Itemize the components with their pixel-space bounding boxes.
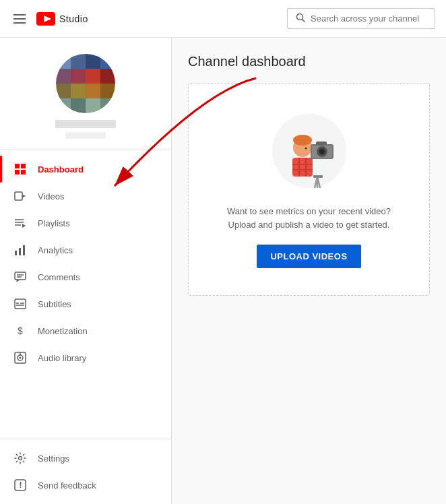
feedback-icon: !	[13, 478, 27, 492]
avatar-cell	[86, 54, 100, 69]
header-left: Studio	[11, 11, 88, 26]
svg-rect-14	[15, 251, 17, 255]
avatar-cell	[71, 84, 86, 98]
upload-videos-button[interactable]: UPLOAD VIDEOS	[257, 245, 360, 268]
subtitles-icon	[13, 297, 27, 311]
avatar-cell	[56, 84, 71, 98]
svg-rect-15	[19, 248, 21, 255]
header: Studio	[0, 0, 446, 38]
playlists-label: Playlists	[38, 218, 70, 228]
svg-rect-17	[15, 272, 26, 280]
avatar-cell	[100, 84, 115, 98]
studio-label: Studio	[59, 13, 88, 24]
avatar-cell	[86, 84, 100, 98]
avatar-cell	[86, 69, 100, 84]
svg-point-27	[20, 357, 22, 359]
svg-point-29	[19, 457, 22, 460]
svg-rect-4	[15, 164, 20, 168]
svg-rect-20	[15, 299, 26, 309]
dashboard-card: Want to see metrics on your recent video…	[188, 83, 430, 296]
comments-icon	[13, 270, 27, 284]
search-bar[interactable]	[287, 8, 435, 29]
settings-icon	[13, 451, 27, 465]
youtube-logo-icon	[36, 12, 55, 26]
svg-point-46	[320, 150, 323, 154]
main-content: Channel dashboard	[172, 38, 446, 504]
svg-line-3	[302, 20, 305, 22]
avatar-cell	[100, 54, 115, 69]
audio-icon	[13, 351, 27, 365]
avatar-cell	[86, 98, 100, 113]
sidebar-item-analytics[interactable]: Analytics	[0, 237, 171, 263]
subtitles-label: Subtitles	[38, 299, 71, 309]
channel-info	[0, 38, 171, 150]
sidebar-item-subtitles[interactable]: Subtitles	[0, 290, 171, 317]
search-icon	[296, 13, 305, 24]
svg-rect-47	[316, 141, 327, 146]
sidebar-item-playlists[interactable]: Playlists	[0, 210, 171, 237]
svg-marker-9	[22, 195, 26, 198]
sidebar: Dashboard Videos	[0, 38, 172, 504]
sidebar-bottom: Settings ! Send feedback	[0, 439, 171, 504]
sidebar-item-comments[interactable]: Comments	[0, 263, 171, 290]
svg-point-40	[305, 148, 307, 150]
analytics-icon	[13, 243, 27, 257]
avatar-cell	[56, 98, 71, 113]
search-input[interactable]	[311, 13, 426, 24]
avatar-cell	[100, 69, 115, 84]
svg-rect-33	[292, 158, 313, 177]
metrics-description: Want to see metrics on your recent video…	[227, 205, 391, 231]
avatar-cell	[71, 98, 86, 113]
settings-label: Settings	[38, 453, 69, 464]
playlist-icon	[13, 216, 27, 230]
avatar-cell	[56, 69, 71, 84]
logo-container: Studio	[36, 12, 88, 26]
hamburger-menu-button[interactable]	[11, 11, 28, 26]
svg-point-39	[293, 135, 312, 146]
avatar-cell	[56, 54, 71, 69]
avatar-cell	[100, 98, 115, 113]
camera-illustration	[269, 111, 350, 191]
audio-library-label: Audio library	[38, 353, 86, 363]
sidebar-item-videos[interactable]: Videos	[0, 183, 171, 210]
comments-label: Comments	[38, 272, 80, 282]
svg-rect-6	[15, 170, 20, 175]
svg-marker-13	[22, 224, 26, 228]
monetization-label: Monetization	[38, 326, 88, 336]
svg-rect-7	[21, 170, 26, 175]
dollar-icon: $	[13, 324, 27, 338]
avatar-cell	[71, 54, 86, 69]
svg-rect-51	[313, 175, 323, 178]
send-feedback-label: Send feedback	[38, 480, 96, 491]
page-title: Channel dashboard	[188, 54, 430, 69]
nav-list: Dashboard Videos	[0, 150, 171, 439]
video-icon	[13, 189, 27, 203]
channel-sub-placeholder	[65, 132, 106, 139]
sidebar-item-audio-library[interactable]: Audio library	[0, 344, 171, 371]
channel-name-placeholder	[55, 120, 116, 128]
svg-rect-16	[23, 245, 25, 255]
svg-text:!: !	[20, 480, 22, 490]
svg-rect-8	[15, 192, 22, 200]
grid-icon	[13, 162, 27, 176]
sidebar-item-monetization[interactable]: $ Monetization	[0, 317, 171, 344]
videos-label: Videos	[38, 191, 65, 201]
layout: Dashboard Videos	[0, 38, 446, 504]
sidebar-item-dashboard[interactable]: Dashboard	[0, 156, 171, 183]
svg-rect-5	[21, 164, 26, 168]
avatar	[56, 54, 115, 113]
dashboard-label: Dashboard	[38, 164, 84, 175]
avatar-cell	[71, 69, 86, 84]
analytics-label: Analytics	[38, 245, 73, 255]
sidebar-item-send-feedback[interactable]: ! Send feedback	[0, 472, 171, 499]
svg-text:$: $	[18, 325, 23, 336]
sidebar-item-settings[interactable]: Settings	[0, 445, 171, 472]
